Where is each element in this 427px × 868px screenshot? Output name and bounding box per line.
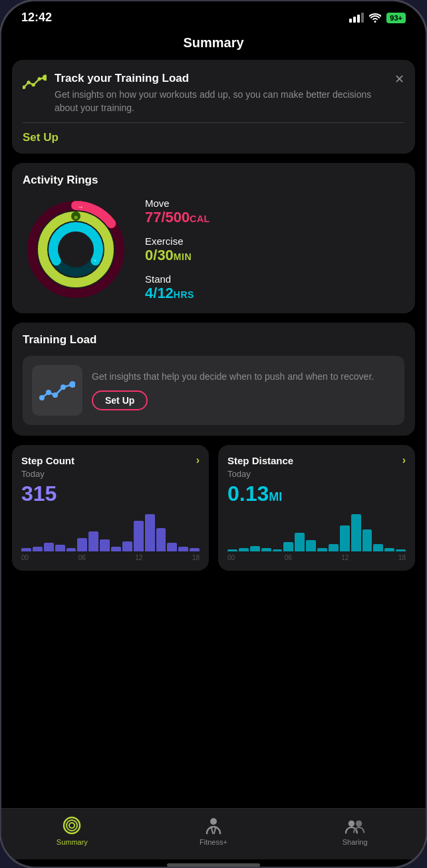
dist-bar	[283, 542, 293, 551]
step-count-card[interactable]: Step Count › Today 315 00 06 12 18	[12, 445, 209, 571]
step-bar	[100, 539, 110, 551]
stand-value: 4/12HRS	[145, 285, 404, 302]
stand-current: 4	[145, 285, 153, 301]
step-distance-chart-labels: 00 06 12 18	[227, 554, 406, 561]
battery-indicator: 93+	[386, 13, 406, 23]
activity-rings-card: Activity Rings →	[12, 163, 415, 313]
scroll-content[interactable]: Summary Track y	[1, 29, 426, 808]
step-count-title: Step Count	[21, 455, 74, 466]
dist-bar	[306, 540, 316, 551]
svg-point-29	[356, 821, 362, 827]
svg-point-23	[67, 820, 77, 831]
step-count-value: 315	[21, 482, 200, 506]
step-count-chevron-icon: ›	[196, 454, 200, 466]
svg-point-19	[46, 390, 51, 395]
summary-icon	[62, 815, 82, 835]
step-distance-chevron-icon: ›	[402, 454, 406, 466]
move-goal: 500	[166, 209, 190, 225]
dist-bar	[261, 548, 271, 552]
step-distance-title: Step Distance	[227, 455, 293, 466]
step-distance-chart	[227, 511, 406, 551]
exercise-current: 0	[145, 247, 153, 263]
dynamic-island	[170, 11, 257, 36]
phone-screen: 12:42 93+ Summary	[1, 1, 426, 867]
svg-point-20	[53, 392, 58, 398]
step-bar	[156, 528, 166, 552]
activity-content: → »	[23, 196, 404, 303]
svg-point-28	[348, 821, 354, 827]
promo-desc: Get insights on how your workouts add up…	[55, 88, 381, 114]
stand-unit: HRS	[174, 289, 194, 300]
dist-bar	[227, 549, 237, 551]
step-count-sublabel: Today	[21, 469, 200, 479]
step-bar	[44, 543, 54, 551]
step-bar	[134, 521, 144, 551]
dist-bar	[362, 529, 372, 552]
dist-bar	[384, 548, 394, 552]
step-label-06: 06	[78, 554, 86, 561]
step-bar	[167, 543, 177, 551]
step-bar	[111, 547, 121, 552]
step-count-chart	[21, 511, 200, 551]
activity-stats: Move 77/500CAL Exercise 0/30MIN	[145, 198, 404, 302]
dist-bar	[351, 514, 361, 551]
step-bar	[145, 514, 155, 551]
step-distance-card[interactable]: Step Distance › Today 0.13MI 00 06 12 18	[218, 445, 415, 571]
promo-card: Track your Training Load Get insights on…	[12, 60, 415, 154]
step-bar	[190, 548, 200, 551]
training-load-card: Training Load Get insights tha	[12, 323, 415, 436]
promo-close-button[interactable]: ✕	[389, 72, 404, 86]
nav-summary[interactable]: Summary	[49, 815, 95, 846]
status-icons: 93+	[349, 13, 406, 23]
training-load-setup-button[interactable]: Set Up	[92, 390, 148, 410]
training-load-promo-icon	[23, 73, 47, 94]
activity-rings-title: Activity Rings	[23, 174, 404, 187]
training-load-title: Training Load	[23, 333, 404, 347]
step-bar	[67, 548, 76, 551]
dist-label-18: 18	[398, 554, 406, 561]
step-bar	[88, 531, 98, 552]
promo-text-block: Track your Training Load Get insights on…	[55, 72, 381, 114]
dist-bar	[250, 546, 260, 551]
step-label-12: 12	[135, 554, 142, 561]
dist-label-00: 00	[227, 554, 235, 561]
step-bar	[122, 541, 132, 551]
nav-sharing[interactable]: Sharing	[332, 815, 378, 846]
training-load-inner: Get insights that help you decide when t…	[23, 356, 404, 425]
svg-point-2	[27, 80, 30, 84]
step-distance-value: 0.13MI	[227, 482, 406, 506]
svg-point-4	[38, 77, 41, 80]
nav-fitness[interactable]: Fitness+	[190, 815, 237, 846]
dist-label-12: 12	[341, 554, 349, 561]
sharing-icon	[345, 815, 365, 835]
step-distance-header: Step Distance ›	[227, 454, 406, 466]
step-bar	[55, 545, 65, 551]
promo-setup-button[interactable]: Set Up	[23, 131, 59, 144]
svg-point-3	[32, 83, 35, 86]
dist-bar	[239, 548, 249, 552]
svg-point-25	[210, 818, 217, 825]
exercise-label: Exercise	[145, 235, 404, 247]
step-bar	[77, 538, 87, 551]
step-distance-unit: MI	[269, 490, 282, 504]
promo-divider	[23, 122, 404, 123]
svg-text:→: →	[76, 203, 84, 211]
nav-summary-label: Summary	[57, 838, 88, 846]
step-bar	[178, 547, 188, 552]
bottom-nav: Summary Fitness+	[1, 808, 426, 859]
stand-stat: Stand 4/12HRS	[145, 273, 404, 302]
exercise-unit: MIN	[174, 251, 192, 262]
exercise-stat: Exercise 0/30MIN	[145, 235, 404, 264]
svg-point-21	[61, 384, 66, 390]
svg-line-26	[212, 828, 213, 833]
step-distance-sublabel: Today	[227, 469, 406, 479]
svg-point-24	[69, 823, 74, 828]
step-bar	[33, 547, 43, 552]
svg-text:»: »	[74, 213, 78, 221]
training-load-thumbnail	[32, 365, 82, 416]
promo-card-header: Track your Training Load Get insights on…	[23, 72, 404, 114]
step-bar	[21, 548, 31, 551]
step-count-header: Step Count ›	[21, 454, 200, 466]
dist-label-06: 06	[285, 554, 292, 561]
nav-fitness-label: Fitness+	[200, 838, 227, 846]
